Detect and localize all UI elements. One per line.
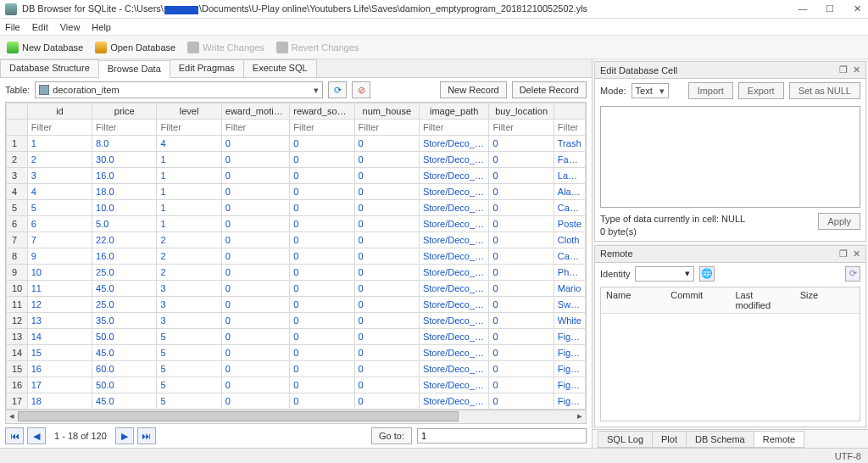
cell-num-house[interactable]: 0 <box>354 248 419 265</box>
table-row[interactable]: 131450.05000Store/Deco_R...0Figure <box>7 329 586 345</box>
cell-id[interactable]: 14 <box>27 329 92 345</box>
clear-filters-button[interactable]: ⊘ <box>352 81 370 98</box>
table-row[interactable]: 8916.02000Store/Deco_R...0Carpe <box>7 248 586 265</box>
cell-num-house[interactable]: 0 <box>354 168 419 184</box>
cell-price[interactable]: 35.0 <box>92 313 157 329</box>
table-row[interactable]: 2230.01000Store/Deco_R...0Fan_c <box>7 152 586 168</box>
cell-level[interactable]: 5 <box>157 345 221 361</box>
cell-image-path[interactable]: Store/Deco_R... <box>419 168 489 184</box>
cell-image-path[interactable]: Store/Deco_R... <box>419 377 489 393</box>
cell-buy-location[interactable]: 0 <box>489 216 554 232</box>
table-row[interactable]: 141545.05000Store/Deco_R...0Figure <box>7 345 586 361</box>
cell-level[interactable]: 3 <box>157 281 221 297</box>
cell-partial[interactable]: Carpe <box>554 248 585 265</box>
col-level[interactable]: level <box>157 103 221 120</box>
col-id[interactable]: id <box>27 103 92 120</box>
table-select[interactable]: decoration_item ▾ <box>35 81 323 98</box>
rcol-commit[interactable]: Commit <box>665 287 730 313</box>
cell-price[interactable]: 25.0 <box>92 265 157 281</box>
cell-id[interactable]: 5 <box>27 200 92 216</box>
cell-level[interactable]: 5 <box>157 329 221 345</box>
cell-num-house[interactable]: 0 <box>354 297 419 313</box>
cell-num-house[interactable]: 0 <box>354 265 419 281</box>
row-number[interactable]: 17 <box>7 393 28 410</box>
cell-partial[interactable]: Poste <box>554 216 585 232</box>
filter-level[interactable] <box>160 122 217 132</box>
apply-button[interactable]: Apply <box>818 213 860 230</box>
row-number[interactable]: 9 <box>7 265 28 281</box>
cell-buy-location[interactable]: 0 <box>489 136 554 152</box>
cell-reward-social[interactable]: 0 <box>290 329 354 345</box>
filter-partial[interactable] <box>558 122 581 132</box>
cell-partial[interactable]: White <box>554 313 585 329</box>
cell-reward-social[interactable]: 0 <box>290 361 354 377</box>
cell-partial[interactable]: Figure <box>554 345 585 361</box>
cell-reward-social[interactable]: 0 <box>290 281 354 297</box>
filter-num-house[interactable] <box>359 122 415 132</box>
cell-image-path[interactable]: Store/Deco_R... <box>419 232 489 248</box>
table-row[interactable]: 111225.03000Store/Deco_R...0Swipe <box>7 297 586 313</box>
row-number[interactable]: 16 <box>7 377 28 393</box>
cell-price[interactable]: 18.0 <box>92 184 157 200</box>
cell-price[interactable]: 10.0 <box>92 200 157 216</box>
cell-id[interactable]: 15 <box>27 345 92 361</box>
cell-level[interactable]: 1 <box>157 168 221 184</box>
col-buy-location[interactable]: buy_location <box>489 103 554 120</box>
cell-buy-location[interactable]: 0 <box>489 152 554 168</box>
filter-image-path[interactable] <box>423 122 486 132</box>
rcol-name[interactable]: Name <box>601 287 665 313</box>
cell-level[interactable]: 1 <box>157 184 221 200</box>
cell-num-house[interactable]: 0 <box>354 329 419 345</box>
cell-image-path[interactable]: Store/Deco_R... <box>419 393 489 410</box>
tab-database-structure[interactable]: Database Structure <box>0 59 99 77</box>
cell-reward-social[interactable]: 0 <box>290 136 354 152</box>
cell-price[interactable]: 16.0 <box>92 168 157 184</box>
cell-level[interactable]: 5 <box>157 377 221 393</box>
remote-list[interactable]: Name Commit Last modified Size <box>600 287 860 421</box>
cell-price[interactable]: 22.0 <box>92 232 157 248</box>
cell-level[interactable]: 5 <box>157 361 221 377</box>
cell-reward-social[interactable]: 0 <box>290 216 354 232</box>
cell-price[interactable]: 8.0 <box>92 136 157 152</box>
cell-reward-motivatio[interactable]: 0 <box>221 216 289 232</box>
cell-partial[interactable]: Alarm <box>554 184 585 200</box>
cell-price[interactable]: 45.0 <box>92 345 157 361</box>
cell-image-path[interactable]: Store/Deco_R... <box>419 152 489 168</box>
table-row[interactable]: 101145.03000Store/Deco_R...0Mario <box>7 281 586 297</box>
cell-id[interactable]: 16 <box>27 361 92 377</box>
cell-partial[interactable]: Photo <box>554 265 585 281</box>
cell-buy-location[interactable]: 0 <box>489 297 554 313</box>
cell-reward-motivatio[interactable]: 0 <box>221 361 289 377</box>
first-page-button[interactable]: ⏮ <box>5 427 24 444</box>
cell-buy-location[interactable]: 0 <box>489 393 554 410</box>
set-as-null-button[interactable]: Set as NULL <box>789 82 860 99</box>
row-number[interactable]: 15 <box>7 361 28 377</box>
row-number[interactable]: 1 <box>7 136 28 152</box>
cell-buy-location[interactable]: 0 <box>489 200 554 216</box>
cell-buy-location[interactable]: 0 <box>489 265 554 281</box>
cell-reward-social[interactable]: 0 <box>290 152 354 168</box>
row-number[interactable]: 8 <box>7 248 28 265</box>
cell-buy-location[interactable]: 0 <box>489 232 554 248</box>
btab-db-schema[interactable]: DB Schema <box>686 431 754 448</box>
cell-level[interactable]: 2 <box>157 232 221 248</box>
cell-buy-location[interactable]: 0 <box>489 361 554 377</box>
cell-id[interactable]: 1 <box>27 136 92 152</box>
export-button[interactable]: Export <box>738 82 784 99</box>
open-database-button[interactable]: Open Database <box>95 42 175 53</box>
table-row[interactable]: 4418.01000Store/Deco_R...0Alarm <box>7 184 586 200</box>
cell-reward-social[interactable]: 0 <box>290 393 354 410</box>
cell-price[interactable]: 60.0 <box>92 361 157 377</box>
table-row[interactable]: 151660.05000Store/Deco_R...0Figure <box>7 361 586 377</box>
row-number[interactable]: 13 <box>7 329 28 345</box>
cell-num-house[interactable]: 0 <box>354 184 419 200</box>
refresh-button[interactable]: ⟳ <box>328 81 347 98</box>
cell-reward-social[interactable]: 0 <box>290 168 354 184</box>
cell-price[interactable]: 16.0 <box>92 248 157 265</box>
cell-image-path[interactable]: Store/Deco_R... <box>419 361 489 377</box>
cell-reward-motivatio[interactable]: 0 <box>221 168 289 184</box>
goto-button[interactable]: Go to: <box>371 427 412 444</box>
scrollbar-thumb[interactable] <box>18 411 459 421</box>
close-panel-icon[interactable]: ✕ <box>853 248 860 259</box>
col-num-house[interactable]: num_house <box>354 103 419 120</box>
